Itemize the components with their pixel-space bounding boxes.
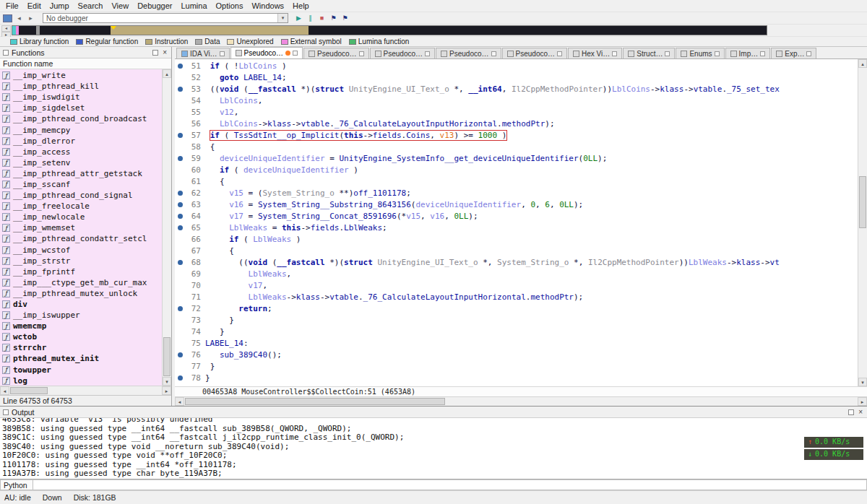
tab-pseudoco[interactable]: Pseudoco… (502, 48, 567, 58)
function-item[interactable]: ƒ__imp_sigdelset (0, 103, 162, 113)
function-item[interactable]: ƒ__imp_newlocale (0, 212, 162, 222)
code-text[interactable]: ((void (__fastcall *)(struct UnityEngine… (205, 84, 858, 95)
scroll-up-icon[interactable]: ▴ (858, 59, 867, 68)
code-text[interactable]: LblWeaks = this->fields.LblWeaks; (205, 222, 858, 234)
function-item[interactable]: ƒ__imp_pthread_attr_getstack (0, 168, 162, 179)
code-text[interactable]: return; (205, 303, 858, 315)
navband-scroll-left-icon[interactable]: ◂ (1, 25, 11, 32)
code-text[interactable]: v17, (205, 280, 858, 292)
function-item[interactable]: ƒ__imp_iswdigit (0, 92, 162, 103)
combo-dropdown-icon[interactable]: ▾ (277, 14, 288, 22)
scroll-right-icon[interactable]: ▸ (858, 397, 867, 406)
function-name-column-header[interactable]: Function name (0, 58, 171, 69)
tab-hex-vi[interactable]: Hex Vi… (568, 48, 622, 58)
code-text[interactable]: { (205, 142, 858, 153)
menu-search[interactable]: Search (74, 1, 108, 11)
function-item[interactable]: ƒ__imp_pthread_mutex_unlock (0, 288, 162, 299)
function-item[interactable]: ƒ__imp_memcpy (0, 124, 162, 135)
debugger-stop-icon[interactable]: ■ (317, 14, 327, 22)
scroll-up-icon[interactable]: ▴ (163, 69, 171, 78)
function-item[interactable]: ƒ__imp_wmemset (0, 222, 162, 233)
tab-enums[interactable]: Enums (676, 48, 724, 58)
tab-pseudoco[interactable]: Pseudoco… (370, 48, 435, 58)
function-item[interactable]: ƒ__imp_dlerror (0, 136, 162, 147)
function-item[interactable]: ƒdiv (0, 299, 162, 310)
code-text[interactable]: v16 = System_String__Substring_8643156(d… (205, 199, 858, 211)
close-icon[interactable]: × (161, 49, 168, 56)
code-horizontal-scrollbar[interactable]: ◂ ▸ (175, 396, 867, 406)
function-item[interactable]: ƒstrrchr (0, 342, 162, 353)
function-item[interactable]: ƒ__imp_write (0, 70, 162, 81)
menu-jump[interactable]: Jump (46, 1, 74, 11)
code-text[interactable]: v12, (205, 107, 858, 118)
scroll-down-icon[interactable]: ▾ (163, 377, 171, 386)
code-text[interactable]: if ( deviceUniqueIdentifier ) (205, 165, 858, 176)
functions-horizontal-scrollbar[interactable]: ◂ ▸ (0, 386, 171, 395)
output-log[interactable]: 4653C8: variable 'v13' is possibly undef… (0, 418, 867, 479)
code-text[interactable]: } (205, 361, 858, 373)
function-item[interactable]: ƒ__imp_access (0, 147, 162, 157)
flag-icon-2[interactable]: ⚑ (340, 14, 350, 22)
float-icon[interactable] (848, 409, 854, 415)
menu-edit[interactable]: Edit (23, 1, 46, 11)
float-icon[interactable] (152, 50, 158, 56)
cli-input[interactable] (33, 479, 867, 490)
menu-debugger[interactable]: Debugger (133, 1, 176, 11)
code-vertical-scrollbar[interactable]: ▴ ▾ (858, 59, 867, 386)
function-item[interactable]: ƒ__imp_pthread_cond_signal (0, 190, 162, 201)
scroll-thumb[interactable] (10, 387, 48, 394)
function-item[interactable]: ƒ__imp_pthread_kill (0, 81, 162, 92)
function-item[interactable]: ƒ__imp___ctype_get_mb_cur_max (0, 277, 162, 288)
scroll-thumb[interactable] (859, 176, 866, 228)
scroll-down-icon[interactable]: ▾ (858, 378, 867, 386)
function-item[interactable]: ƒ__imp_wcstof (0, 245, 162, 256)
code-text[interactable]: LblCoins, (205, 95, 858, 107)
back-icon[interactable]: ◂ (14, 14, 24, 22)
function-item[interactable]: ƒwmemcmp (0, 321, 162, 331)
code-text[interactable]: if ( !LblCoins ) (205, 61, 858, 72)
function-item[interactable]: ƒtowupper (0, 365, 162, 375)
code-text[interactable]: v17 = System_String__Concat_8591696(*v15… (205, 211, 858, 222)
functions-vertical-scrollbar[interactable]: ▴ ▾ (162, 69, 171, 386)
tab-imp[interactable]: Imp… (725, 48, 771, 58)
navigation-band[interactable] (12, 25, 767, 35)
menu-view[interactable]: View (107, 1, 133, 11)
menu-help[interactable]: Help (288, 1, 314, 11)
scroll-right-icon[interactable]: ▸ (162, 386, 171, 395)
scroll-left-icon[interactable]: ◂ (175, 397, 184, 406)
tab-pseudoco[interactable]: Pseudoco… (436, 48, 501, 58)
code-text[interactable]: } (205, 373, 858, 384)
tab-struct[interactable]: Struct… (623, 48, 675, 58)
function-item[interactable]: ƒ__imp_pthread_cond_broadcast (0, 113, 162, 124)
debugger-combo[interactable]: No debugger ▾ (43, 13, 288, 23)
debugger-run-icon[interactable]: ▶ (294, 14, 303, 22)
function-item[interactable]: ƒ__imp_strstr (0, 256, 162, 266)
flag-icon[interactable]: ⚑ (329, 14, 338, 22)
scroll-track[interactable] (9, 386, 162, 395)
function-item[interactable]: ƒ__imp_pthread_condattr_setcl (0, 233, 162, 244)
function-item[interactable]: ƒ__imp_sscanf (0, 179, 162, 190)
debugger-pause-icon[interactable]: ∥ (306, 14, 315, 22)
code-text[interactable]: goto LABEL_14; (205, 72, 858, 84)
code-text[interactable]: LblWeaks->klass->vtable._76_CalculateLay… (205, 292, 858, 303)
menu-lumina[interactable]: Lumina (176, 1, 211, 11)
scroll-track[interactable] (184, 397, 858, 406)
code-text[interactable]: if ( TssSdtInt__op_Implicit(this->fields… (205, 130, 858, 142)
code-text[interactable]: { (205, 246, 858, 257)
menu-windows[interactable]: Windows (247, 1, 288, 11)
code-text[interactable]: } (205, 315, 858, 326)
code-text[interactable]: LblCoins->klass->vtable._76_CalculateLay… (205, 118, 858, 130)
function-item[interactable]: ƒ__imp_fprintf (0, 266, 162, 277)
menu-options[interactable]: Options (212, 1, 248, 11)
scroll-track[interactable] (163, 78, 171, 377)
code-text[interactable]: LblWeaks, (205, 269, 858, 280)
code-text[interactable]: sub_389C40(); (205, 349, 858, 361)
function-item[interactable]: ƒ__imp_freelocale (0, 201, 162, 212)
code-text[interactable]: v15 = (System_String_o **)off_1101178; (205, 188, 858, 199)
code-text[interactable]: ((void (__fastcall *)(struct UnityEngine… (205, 257, 858, 269)
code-text[interactable]: if ( LblWeaks ) (205, 234, 858, 246)
close-icon[interactable]: × (857, 409, 864, 416)
scroll-left-icon[interactable]: ◂ (0, 386, 9, 395)
function-item[interactable]: ƒlog (0, 375, 162, 386)
scroll-thumb[interactable] (185, 398, 445, 405)
